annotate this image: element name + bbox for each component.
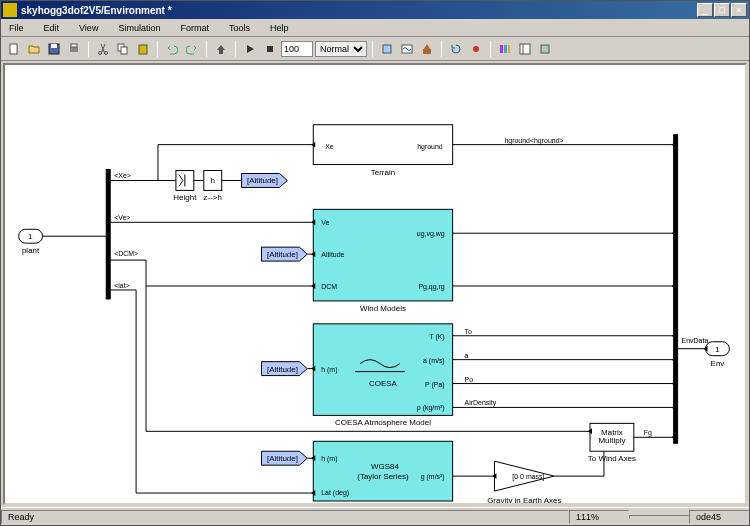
cut-icon[interactable] (94, 40, 112, 58)
mux-block[interactable] (674, 135, 678, 444)
copy-icon[interactable] (114, 40, 132, 58)
debug-icon[interactable] (467, 40, 485, 58)
svg-text:<DCM>: <DCM> (114, 250, 138, 257)
svg-rect-9 (139, 45, 147, 54)
simulation-mode-select[interactable]: Normal (315, 41, 367, 57)
svg-text:T (K): T (K) (429, 333, 444, 341)
goto-altitude[interactable]: [Altitude] (242, 174, 288, 188)
save-icon[interactable] (45, 40, 63, 58)
svg-rect-19 (520, 44, 530, 54)
paste-icon[interactable] (134, 40, 152, 58)
svg-rect-16 (500, 45, 503, 53)
wind-models-block[interactable]: Ve Altitude DCM ug,vg,wg Pg,qg,rg Wind M… (313, 209, 452, 313)
svg-text:a (m/s): a (m/s) (423, 357, 445, 365)
height-selector[interactable]: Height (173, 171, 197, 203)
menu-edit[interactable]: Edit (40, 22, 64, 34)
inport-plant[interactable]: 1 plant (19, 229, 43, 255)
svg-text:hground: hground (417, 143, 443, 151)
print-icon[interactable] (65, 40, 83, 58)
menu-view[interactable]: View (75, 22, 102, 34)
svg-text:Po: Po (465, 376, 474, 383)
menu-help[interactable]: Help (266, 22, 293, 34)
menu-simulation[interactable]: Simulation (114, 22, 164, 34)
status-ready: Ready (1, 510, 569, 524)
maximize-button[interactable]: □ (714, 3, 730, 17)
svg-text:h (m): h (m) (321, 455, 337, 463)
wgs84-block[interactable]: h (m) Lat (deg) WGS84 (Taylor Series) g … (313, 441, 452, 503)
svg-text:h (m): h (m) (321, 366, 337, 374)
coesa-block[interactable]: h (m) T (K) a (m/s) P (Pa) ρ (kg/m³) COE… (313, 324, 452, 428)
redo-icon[interactable] (183, 40, 201, 58)
window-title: skyhogg3dof2V5/Environment * (21, 5, 697, 16)
svg-text:COESA: COESA (369, 379, 398, 388)
svg-text:(Taylor Series): (Taylor Series) (357, 472, 409, 481)
svg-point-5 (99, 51, 102, 54)
svg-rect-17 (504, 45, 507, 53)
scope-icon[interactable] (398, 40, 416, 58)
svg-rect-8 (121, 47, 127, 54)
new-icon[interactable] (5, 40, 23, 58)
menu-format[interactable]: Format (176, 22, 213, 34)
svg-text:[Altitude]: [Altitude] (267, 454, 298, 463)
svg-text:[0 0 mass]: [0 0 mass] (512, 473, 544, 481)
close-button[interactable]: × (731, 3, 747, 17)
config-icon[interactable] (378, 40, 396, 58)
help-icon[interactable] (536, 40, 554, 58)
svg-text:1: 1 (715, 345, 720, 354)
svg-text:a: a (465, 352, 469, 359)
stop-icon[interactable] (261, 40, 279, 58)
svg-text:h: h (211, 176, 215, 185)
svg-text:g (m/s²): g (m/s²) (421, 473, 445, 481)
svg-rect-14 (423, 49, 431, 54)
svg-text:COESA Atmosphere Model: COESA Atmosphere Model (335, 418, 431, 427)
menu-tools[interactable]: Tools (225, 22, 254, 34)
model-explorer-icon[interactable] (516, 40, 534, 58)
menubar: File Edit View Simulation Format Tools H… (1, 19, 749, 37)
z-to-h-block[interactable]: h z-->h (204, 171, 222, 203)
play-icon[interactable] (241, 40, 259, 58)
library-icon[interactable] (496, 40, 514, 58)
svg-text:<Xe>: <Xe> (114, 172, 131, 179)
open-icon[interactable] (25, 40, 43, 58)
status-empty (629, 515, 689, 519)
svg-text:Altitude: Altitude (321, 251, 344, 258)
matrix-multiply-block[interactable]: Matrix Multiply To Wind Axes (588, 423, 636, 463)
svg-text:WGS84: WGS84 (371, 462, 399, 471)
terrain-block[interactable]: Xe hground Terrain (313, 125, 452, 177)
menu-file[interactable]: File (5, 22, 28, 34)
svg-text:Wind Models: Wind Models (360, 304, 406, 313)
from-altitude-coesa[interactable]: [Altitude] (262, 362, 308, 376)
model-canvas[interactable]: 1 plant <Xe> <Ve> <DCM> <lat> Height h (3, 63, 747, 505)
svg-text:Xe: Xe (325, 143, 334, 150)
stop-time-input[interactable] (281, 41, 313, 57)
svg-text:<Ve>: <Ve> (114, 214, 130, 221)
svg-rect-12 (383, 45, 391, 53)
svg-rect-0 (10, 44, 17, 54)
toolbar: Normal (1, 37, 749, 61)
svg-text:ug,vg,wg: ug,vg,wg (417, 230, 445, 238)
gravity-gain-block[interactable]: [0 0 mass] Gravity in Earth Axes (487, 461, 561, 503)
svg-point-15 (473, 46, 479, 52)
svg-rect-2 (51, 44, 57, 48)
svg-rect-4 (71, 44, 77, 47)
svg-text:Pg,qg,rg: Pg,qg,rg (418, 283, 444, 291)
up-icon[interactable] (212, 40, 230, 58)
minimize-button[interactable]: _ (697, 3, 713, 17)
svg-text:Lat (deg): Lat (deg) (321, 489, 349, 497)
outport-env[interactable]: 1 Env (705, 342, 729, 368)
from-altitude-wind[interactable]: [Altitude] (262, 247, 308, 261)
refresh-icon[interactable] (447, 40, 465, 58)
svg-point-6 (105, 51, 108, 54)
svg-text:To: To (465, 328, 472, 335)
main-window: skyhogg3dof2V5/Environment * _ □ × File … (0, 0, 750, 526)
svg-text:Gravity in Earth Axes: Gravity in Earth Axes (487, 496, 561, 503)
status-zoom: 111% (569, 510, 629, 524)
undo-icon[interactable] (163, 40, 181, 58)
titlebar: skyhogg3dof2V5/Environment * _ □ × (1, 1, 749, 19)
svg-text:<lat>: <lat> (114, 282, 129, 289)
demux-block[interactable] (106, 170, 110, 299)
build-icon[interactable] (418, 40, 436, 58)
svg-text:hground<hground>: hground<hground> (504, 137, 563, 145)
from-altitude-wgs84[interactable]: [Altitude] (262, 451, 308, 465)
svg-rect-3 (70, 47, 78, 52)
